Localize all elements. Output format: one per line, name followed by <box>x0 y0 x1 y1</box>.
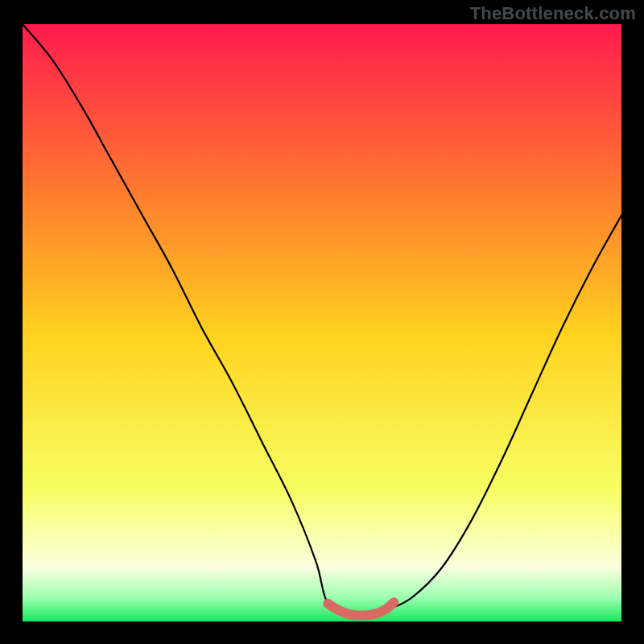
plot-svg <box>23 24 621 621</box>
watermark-text: TheBottleneck.com <box>470 3 636 24</box>
chart-frame: TheBottleneck.com <box>0 0 644 644</box>
gradient-background <box>23 24 621 621</box>
plot-area <box>23 24 621 621</box>
